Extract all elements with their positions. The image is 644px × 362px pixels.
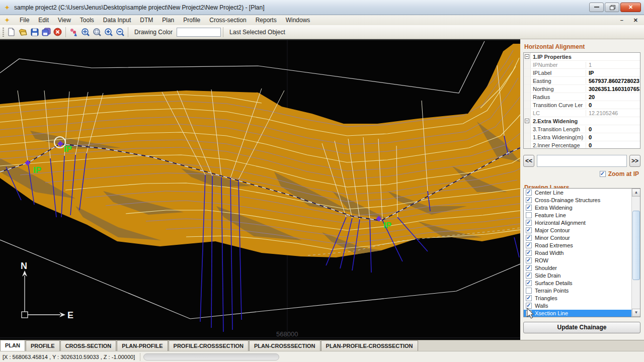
mdi-minimize-button[interactable]: – bbox=[620, 18, 623, 23]
menu-tools[interactable]: Tools bbox=[75, 16, 99, 25]
layer-checkbox[interactable] bbox=[526, 257, 532, 263]
tab-profile[interactable]: PROFILE bbox=[26, 340, 60, 351]
property-value[interactable]: 567937.8602728023 bbox=[586, 78, 640, 84]
zoom-out-button[interactable] bbox=[114, 27, 126, 38]
scroll-down-icon[interactable]: ▼ bbox=[632, 309, 640, 317]
scroll-up-icon[interactable]: ▲ bbox=[632, 189, 640, 197]
property-category-row[interactable]: − 1.IP Properties bbox=[524, 53, 640, 61]
collapse-icon[interactable]: − bbox=[525, 119, 529, 123]
menu-view[interactable]: View bbox=[53, 16, 75, 25]
layer-checkbox[interactable] bbox=[526, 205, 532, 211]
layer-checkbox[interactable] bbox=[526, 265, 532, 271]
ip2-label: IP bbox=[64, 144, 72, 154]
menu-windows[interactable]: Windows bbox=[281, 16, 315, 25]
layer-checkbox[interactable] bbox=[526, 212, 532, 218]
drawing-color-input[interactable] bbox=[177, 28, 221, 37]
layer-checkbox[interactable] bbox=[526, 190, 532, 196]
plan-drawing-canvas[interactable]: 568000 bbox=[0, 39, 520, 340]
menu-plan[interactable]: Plan bbox=[157, 16, 179, 25]
layer-checkbox[interactable] bbox=[526, 235, 532, 241]
save-all-button[interactable] bbox=[40, 27, 52, 38]
layer-checkbox[interactable] bbox=[526, 280, 532, 286]
minimize-button[interactable] bbox=[589, 3, 604, 12]
property-value[interactable]: 12.2105246 bbox=[586, 110, 640, 116]
layer-label: Road Width bbox=[535, 250, 564, 256]
menu-edit[interactable]: Edit bbox=[34, 16, 53, 25]
ip-jump-input[interactable] bbox=[537, 155, 627, 167]
layer-checkbox[interactable] bbox=[526, 197, 532, 203]
layer-checkbox[interactable] bbox=[526, 250, 532, 256]
layer-checkbox[interactable] bbox=[526, 273, 532, 279]
property-value[interactable]: 0 bbox=[586, 126, 640, 132]
next-ip-button[interactable]: >> bbox=[629, 155, 640, 167]
tab-plan[interactable]: PLAN bbox=[0, 340, 25, 351]
layer-checkbox[interactable] bbox=[526, 227, 532, 233]
layers-scrollbar[interactable]: ▲ ▼ bbox=[631, 189, 640, 317]
property-value[interactable]: 20 bbox=[586, 94, 640, 100]
tab-plan-profile-crosssection[interactable]: PLAN-PROFILE-CROSSSECTION bbox=[321, 340, 418, 351]
menu-data-input[interactable]: Data Input bbox=[99, 16, 135, 25]
menu-file[interactable]: File bbox=[15, 16, 34, 25]
layer-row[interactable]: Minor Contour bbox=[524, 234, 640, 241]
previous-ip-button[interactable]: << bbox=[523, 155, 534, 167]
scrollbar-thumb[interactable] bbox=[632, 211, 640, 280]
property-row: 3.Transition Length 0 bbox=[524, 125, 640, 133]
open-button[interactable] bbox=[17, 27, 29, 38]
zoom-at-ip-checkbox[interactable] bbox=[600, 171, 606, 177]
layer-row[interactable]: Feature Line bbox=[524, 211, 640, 219]
new-file-button[interactable] bbox=[6, 27, 17, 38]
layer-row[interactable]: Center Line bbox=[524, 189, 640, 196]
layer-row[interactable]: Road Width bbox=[524, 249, 640, 256]
layer-row[interactable]: Shoulder bbox=[524, 264, 640, 272]
layer-row[interactable]: Xsection Line bbox=[524, 310, 640, 317]
tab-profile-crosssection[interactable]: PROFILE-CROSSSECTION bbox=[169, 340, 249, 351]
tab-cross-section[interactable]: CROSS-SECTION bbox=[60, 340, 117, 351]
menu-profile[interactable]: Profile bbox=[179, 16, 205, 25]
layer-row[interactable]: Side Drain bbox=[524, 272, 640, 280]
layer-row[interactable]: ROW bbox=[524, 256, 640, 264]
layer-row[interactable]: Horizontal Alignment bbox=[524, 219, 640, 226]
plan-view-svg: 568000 bbox=[0, 40, 520, 340]
layer-checkbox[interactable] bbox=[526, 220, 532, 226]
menu-reports[interactable]: Reports bbox=[251, 16, 281, 25]
property-category-row[interactable]: − 2.Extra Widening bbox=[524, 117, 640, 125]
ip-navigation: << >> bbox=[523, 155, 640, 167]
layer-row[interactable]: Cross-Drainage Structures bbox=[524, 196, 640, 204]
save-button[interactable] bbox=[29, 27, 40, 38]
category-gutter: − bbox=[524, 53, 531, 60]
property-value[interactable]: IP bbox=[586, 70, 640, 76]
tab-plan-profile[interactable]: PLAN-PROFILE bbox=[117, 340, 168, 351]
pick-points-button[interactable] bbox=[68, 27, 79, 38]
layer-row[interactable]: Major Contour bbox=[524, 226, 640, 234]
layer-row[interactable]: Triangles bbox=[524, 295, 640, 302]
close-button[interactable]: ✕ bbox=[620, 3, 641, 12]
property-value[interactable]: 0 bbox=[586, 102, 640, 108]
menu-cross-section[interactable]: Cross-section bbox=[205, 16, 251, 25]
zoom-window-button[interactable] bbox=[91, 27, 103, 38]
zoom-extents-button[interactable] bbox=[79, 27, 91, 38]
layer-row[interactable]: Road Extremes bbox=[524, 241, 640, 249]
category-label: 1.IP Properties bbox=[531, 54, 572, 60]
grid-coordinate-label: 568000 bbox=[276, 330, 298, 338]
layer-checkbox[interactable] bbox=[526, 295, 532, 301]
layer-checkbox[interactable] bbox=[526, 288, 532, 294]
menu-dtm[interactable]: DTM bbox=[135, 16, 157, 25]
property-value[interactable]: 1 bbox=[586, 62, 640, 68]
layer-checkbox[interactable] bbox=[526, 242, 532, 248]
layer-row[interactable]: Extra Widening bbox=[524, 204, 640, 211]
property-value[interactable]: 3026351.1603107653 bbox=[586, 86, 640, 92]
layer-row[interactable]: Surface Details bbox=[524, 280, 640, 287]
zoom-in-button[interactable] bbox=[103, 27, 114, 38]
tab-plan-crosssection[interactable]: PLAN-CROSSSECTION bbox=[249, 340, 320, 351]
stop-button[interactable] bbox=[52, 27, 63, 38]
update-chainage-button[interactable]: Update Chainage bbox=[523, 322, 640, 333]
property-value[interactable]: 0 bbox=[586, 142, 640, 148]
layer-label: Road Extremes bbox=[535, 242, 573, 248]
property-label: IPNumber bbox=[531, 62, 586, 68]
property-value[interactable]: 0 bbox=[586, 134, 640, 140]
layer-row[interactable]: Terrain Points bbox=[524, 287, 640, 295]
restore-button[interactable] bbox=[605, 3, 619, 12]
mdi-close-button[interactable]: ✕ bbox=[633, 18, 638, 23]
collapse-icon[interactable]: − bbox=[525, 54, 529, 59]
layer-row[interactable]: Walls bbox=[524, 302, 640, 310]
